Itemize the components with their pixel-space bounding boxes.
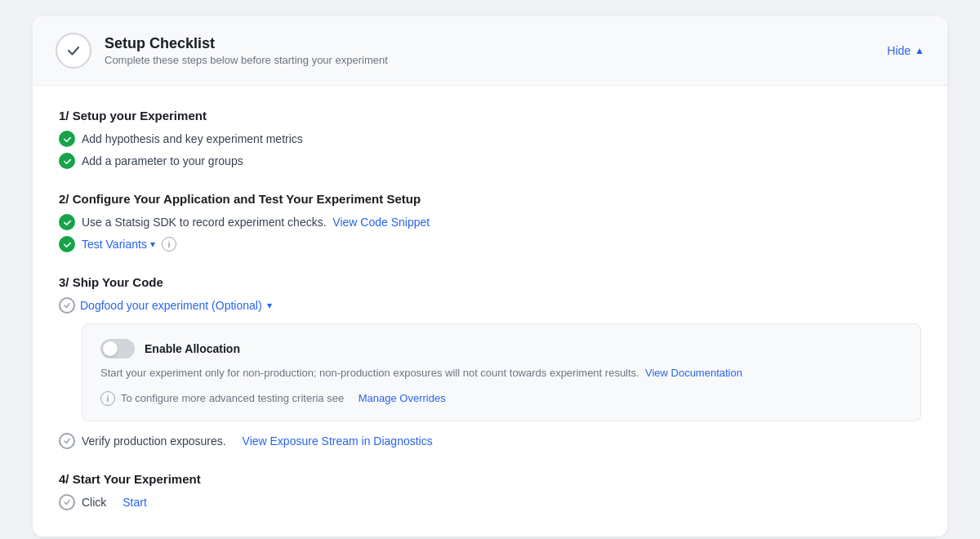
test-variants-button[interactable]: Test Variants ▾ xyxy=(82,238,155,251)
dogfood-chevron-icon: ▾ xyxy=(267,300,272,311)
checklist-subtitle: Complete these steps below before starti… xyxy=(105,54,388,66)
green-check-icon-2 xyxy=(59,153,75,169)
manage-overrides-link[interactable]: Manage Overrides xyxy=(359,392,446,404)
toggle-thumb xyxy=(103,341,118,356)
section-1: 1/ Setup your Experiment Add hypothesis … xyxy=(59,109,921,169)
test-variants-label: Test Variants xyxy=(82,238,147,251)
section2-item-text: Use a Statsig SDK to record experiment c… xyxy=(82,216,430,229)
section1-item-1: Add hypothesis and key experiment metric… xyxy=(59,131,921,147)
green-check-icon-4 xyxy=(59,236,75,252)
click-text: Click xyxy=(82,496,106,509)
expose-row: Verify production exposures. View Exposu… xyxy=(59,433,921,449)
view-exposure-stream-link[interactable]: View Exposure Stream in Diagnostics xyxy=(243,434,433,448)
checklist-header: Setup Checklist Complete these steps bel… xyxy=(33,16,947,86)
checklist-content: 1/ Setup your Experiment Add hypothesis … xyxy=(33,86,947,537)
header-check-circle xyxy=(56,33,91,69)
section2-test-variants-row: Test Variants ▾ i xyxy=(59,236,921,252)
allocation-toggle[interactable] xyxy=(100,339,135,359)
section-4-title: 4/ Start Your Experiment xyxy=(59,472,921,486)
hide-label: Hide xyxy=(887,44,911,57)
section1-item-2: Add a parameter to your groups xyxy=(59,153,921,169)
header-text: Setup Checklist Complete these steps bel… xyxy=(105,35,388,66)
green-check-icon-1 xyxy=(59,131,75,147)
view-code-snippet-link[interactable]: View Code Snippet xyxy=(332,216,430,229)
click-start-row: Click Start xyxy=(59,494,921,510)
section-3: 3/ Ship Your Code Dogfood your experimen… xyxy=(59,275,921,449)
expose-text: Verify production exposures. xyxy=(82,434,226,448)
info-text: To configure more advanced testing crite… xyxy=(121,392,344,404)
toggle-track xyxy=(100,339,135,359)
green-check-icon-3 xyxy=(59,214,75,230)
dogfood-label: Dogfood your experiment (Optional) xyxy=(80,299,262,312)
section1-item-2-text: Add a parameter to your groups xyxy=(82,154,243,167)
allocation-desc-text: Start your experiment only for non-produ… xyxy=(100,367,639,379)
section-2: 2/ Configure Your Application and Test Y… xyxy=(59,192,921,252)
grey-check-icon-1 xyxy=(59,297,75,314)
start-link[interactable]: Start xyxy=(122,496,147,509)
info-icon[interactable]: i xyxy=(162,237,176,252)
allocation-box: Enable Allocation Start your experiment … xyxy=(82,323,921,421)
section-1-title: 1/ Setup your Experiment xyxy=(59,109,921,122)
allocation-header: Enable Allocation xyxy=(100,339,902,359)
allocation-title: Enable Allocation xyxy=(145,342,240,355)
allocation-info-row: i To configure more advanced testing cri… xyxy=(100,391,902,406)
checkmark-icon xyxy=(65,42,82,59)
section-4: 4/ Start Your Experiment Click Start xyxy=(59,472,921,510)
grey-check-icon-3 xyxy=(59,494,75,510)
sdk-text: Use a Statsig SDK to record experiment c… xyxy=(82,216,327,229)
dogfood-button[interactable]: Dogfood your experiment (Optional) xyxy=(80,299,262,312)
section-3-title: 3/ Ship Your Code xyxy=(59,275,921,289)
chevron-up-icon: ▲ xyxy=(915,45,924,56)
hide-button[interactable]: Hide ▲ xyxy=(887,44,924,57)
dogfood-row: Dogfood your experiment (Optional) ▾ xyxy=(59,297,921,314)
section1-item-1-text: Add hypothesis and key experiment metric… xyxy=(82,132,303,145)
checklist-title: Setup Checklist xyxy=(105,35,388,52)
setup-checklist-card: Setup Checklist Complete these steps bel… xyxy=(33,16,947,537)
grey-check-icon-2 xyxy=(59,433,75,449)
allocation-desc: Start your experiment only for non-produ… xyxy=(100,365,902,381)
section-2-title: 2/ Configure Your Application and Test Y… xyxy=(59,192,921,206)
info-icon-2[interactable]: i xyxy=(100,391,115,406)
section2-item-1: Use a Statsig SDK to record experiment c… xyxy=(59,214,921,230)
view-documentation-link[interactable]: View Documentation xyxy=(645,367,742,379)
header-left: Setup Checklist Complete these steps bel… xyxy=(56,33,388,69)
chevron-down-icon: ▾ xyxy=(150,238,155,250)
